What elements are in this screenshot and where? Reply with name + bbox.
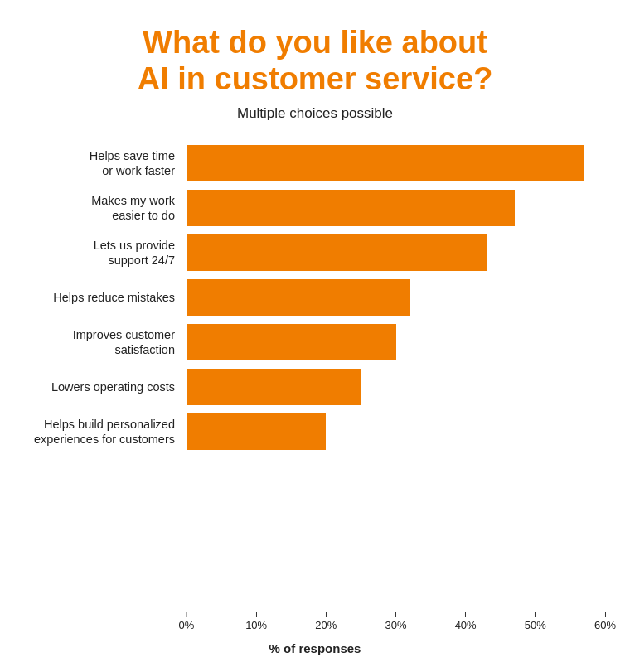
bar-track — [187, 145, 605, 181]
x-tick-label: 40% — [455, 619, 477, 631]
chart-area: Helps save time or work fasterMakes my w… — [25, 145, 605, 607]
chart-title: What do you like about AI in customer se… — [138, 25, 493, 97]
x-tick: 10% — [245, 612, 267, 631]
bar-track — [187, 279, 605, 316]
x-tick: 30% — [385, 612, 406, 631]
x-tick-line — [465, 612, 466, 617]
bar-row: Lets us provide support 24/7 — [25, 234, 605, 271]
bar-fill — [187, 369, 361, 405]
x-tick: 50% — [525, 612, 546, 631]
x-tick-label: 20% — [315, 619, 337, 631]
x-axis-container: 0%10%20%30%40%50%60% — [25, 612, 605, 635]
bar-row: Makes my work easier to do — [25, 190, 605, 226]
bar-track — [187, 190, 605, 226]
bar-row: Helps build personalized experiences for… — [25, 413, 605, 450]
x-tick-line — [186, 612, 187, 617]
x-tick: 20% — [315, 612, 337, 631]
x-tick: 60% — [594, 612, 616, 631]
bar-fill — [187, 324, 396, 360]
bar-row: Lowers operating costs — [25, 369, 605, 405]
x-tick-label: 30% — [385, 619, 406, 631]
chart-title-line2: AI in customer service? — [138, 61, 493, 96]
bar-label: Helps build personalized experiences for… — [25, 417, 187, 448]
x-tick-line — [256, 612, 257, 617]
bar-track — [187, 324, 605, 360]
x-tick-label: 10% — [245, 619, 267, 631]
x-tick-line — [395, 612, 396, 617]
bar-row: Helps save time or work faster — [25, 145, 605, 181]
bar-fill — [187, 190, 515, 226]
x-tick: 40% — [455, 612, 477, 631]
bar-track — [187, 234, 605, 271]
x-tick: 0% — [179, 612, 195, 631]
bar-fill — [187, 413, 326, 450]
x-axis-label: % of responses — [25, 641, 605, 655]
bar-fill — [187, 234, 487, 271]
x-tick-line — [535, 612, 536, 617]
x-tick-label: 50% — [525, 619, 546, 631]
bar-track — [187, 369, 605, 405]
x-tick-label: 0% — [179, 619, 195, 631]
bar-fill — [187, 279, 410, 316]
chart-subtitle: Multiple choices possible — [237, 105, 393, 122]
x-tick-line — [605, 612, 606, 617]
bar-label: Helps reduce mistakes — [25, 290, 187, 306]
bar-fill — [187, 145, 584, 181]
bar-label: Lowers operating costs — [25, 380, 187, 395]
bar-label: Helps save time or work faster — [25, 148, 187, 180]
bar-label: Lets us provide support 24/7 — [25, 238, 187, 269]
x-tick-label: 60% — [594, 619, 616, 631]
bar-row: Improves customer satisfaction — [25, 324, 605, 360]
bar-label: Makes my work easier to do — [25, 193, 187, 225]
bar-row: Helps reduce mistakes — [25, 279, 605, 316]
x-tick-line — [326, 612, 327, 617]
bar-track — [187, 413, 605, 450]
x-axis: 0%10%20%30%40%50%60% — [187, 612, 605, 635]
chart-container: Helps save time or work fasterMakes my w… — [25, 145, 605, 655]
bar-label: Improves customer satisfaction — [25, 327, 187, 359]
chart-title-line1: What do you like about — [143, 25, 487, 60]
